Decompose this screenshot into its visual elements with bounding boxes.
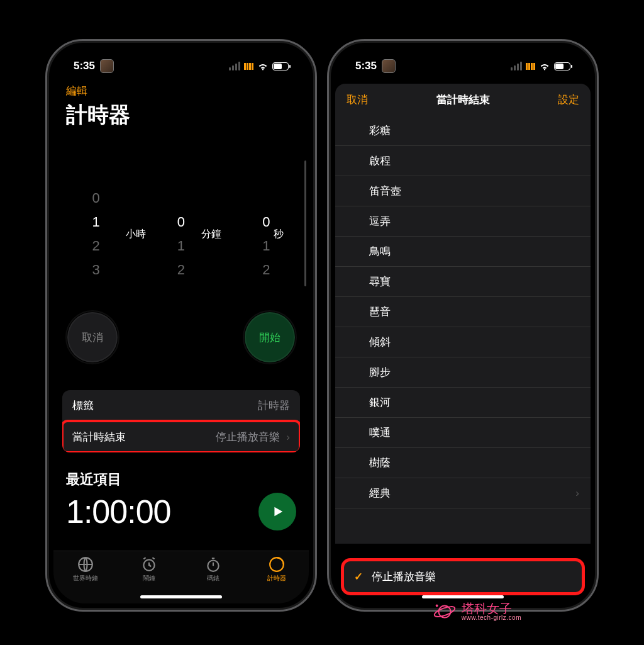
chevron-right-icon: › <box>286 431 290 443</box>
label-row-title: 標籤 <box>72 398 94 413</box>
status-time: 5:35 <box>355 60 377 72</box>
sound-option[interactable]: 尋寶 <box>335 267 591 297</box>
battery-icon <box>272 62 289 70</box>
globe-icon <box>77 556 94 573</box>
stopwatch-icon <box>205 556 221 573</box>
hours-unit-label: 小時 <box>126 228 146 241</box>
recent-item-row[interactable]: 1:00:00 <box>53 493 309 530</box>
when-timer-ends-row[interactable]: 當計時結束 停止播放音樂 › <box>62 421 300 452</box>
recent-section-header: 最近項目 <box>53 452 309 493</box>
chevron-right-icon: › <box>575 487 579 500</box>
tab-world-clock[interactable]: 世界時鐘 <box>53 551 118 603</box>
stop-playing-row[interactable]: 停止播放音樂 <box>344 561 582 592</box>
sound-option[interactable]: 傾斜 <box>335 327 591 357</box>
seconds-column[interactable]: 0 1 2 <box>235 186 297 293</box>
modal-set-button[interactable]: 設定 <box>558 93 579 107</box>
status-time: 5:35 <box>74 60 95 72</box>
now-playing-pip-icon[interactable] <box>100 59 114 73</box>
page-title: 計時器 <box>53 98 309 136</box>
modal-cancel-button[interactable]: 取消 <box>347 93 368 107</box>
timer-icon <box>269 556 285 573</box>
sound-option-classic[interactable]: 經典 › <box>335 478 591 508</box>
seconds-unit-label: 秒 <box>274 228 284 241</box>
audio-bars-icon <box>244 63 253 70</box>
home-indicator[interactable] <box>422 595 504 598</box>
sound-option[interactable]: 鳥鳴 <box>335 237 591 267</box>
wifi-icon <box>539 62 550 70</box>
sound-option[interactable]: 腳步 <box>335 357 591 388</box>
sound-option[interactable]: 彩糖 <box>335 116 591 146</box>
label-row[interactable]: 標籤 計時器 <box>62 390 300 421</box>
cellular-signal-icon <box>511 62 522 70</box>
watermark-url: www.tech-girlz.com <box>462 615 521 621</box>
phone-left: 5:35 編輯 計時器 0 1 2 3 <box>45 39 317 612</box>
sound-option[interactable]: 銀河 <box>335 388 591 418</box>
label-row-value: 計時器 <box>258 398 290 413</box>
timer-settings-list: 標籤 計時器 當計時結束 停止播放音樂 › <box>62 390 300 452</box>
audio-bars-icon <box>526 63 535 70</box>
sound-list[interactable]: 彩糖 啟程 笛音壺 逗弄 鳥鳴 尋寶 琶音 傾斜 腳步 銀河 噗通 樹蔭 經典 … <box>335 116 591 544</box>
modal-navbar: 取消 當計時結束 設定 <box>335 84 591 116</box>
minutes-unit-label: 分鐘 <box>201 228 221 241</box>
sound-option[interactable]: 噗通 <box>335 418 591 448</box>
stop-playing-block: 停止播放音樂 <box>344 561 582 592</box>
home-indicator[interactable] <box>140 595 222 598</box>
phone-right: 5:35 取消 當計時結束 設定 彩糖 啟程 笛音壺 逗弄 <box>327 39 599 612</box>
play-icon <box>270 505 284 519</box>
edit-button[interactable]: 編輯 <box>53 81 309 98</box>
time-picker[interactable]: 0 1 2 3 小時 0 1 2 分鐘 0 1 2 <box>53 186 309 293</box>
alarm-icon <box>141 556 157 573</box>
sound-option[interactable]: 啟程 <box>335 146 591 176</box>
cellular-signal-icon <box>229 62 240 70</box>
recent-time-value: 1:00:00 <box>66 493 171 530</box>
sound-option[interactable]: 逗弄 <box>335 206 591 237</box>
cancel-button[interactable]: 取消 <box>67 312 118 362</box>
now-playing-pip-icon[interactable] <box>382 59 396 73</box>
sound-option[interactable]: 笛音壺 <box>335 176 591 206</box>
modal-title: 當計時結束 <box>436 93 490 107</box>
ends-row-value: 停止播放音樂 <box>216 431 280 443</box>
battery-icon <box>554 62 570 70</box>
sound-option[interactable]: 樹蔭 <box>335 448 591 478</box>
play-button[interactable] <box>258 493 296 530</box>
wifi-icon <box>257 62 269 70</box>
ends-row-title: 當計時結束 <box>72 430 126 444</box>
stop-playing-label: 停止播放音樂 <box>372 569 436 584</box>
sound-option[interactable]: 琶音 <box>335 297 591 327</box>
tab-timer[interactable]: 計時器 <box>245 551 309 603</box>
start-button[interactable]: 開始 <box>245 312 295 362</box>
hours-column[interactable]: 0 1 2 3 <box>65 186 128 293</box>
